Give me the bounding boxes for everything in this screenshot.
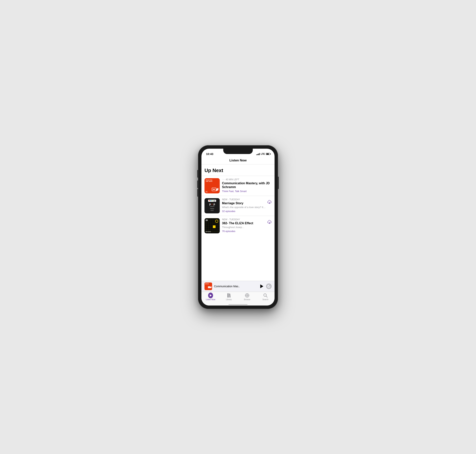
nav-title: Listen Now xyxy=(201,157,275,165)
browse-icon xyxy=(245,293,250,298)
svg-rect-11 xyxy=(227,293,228,297)
episode-meta-tfts: ···· 40 MIN LEFT xyxy=(222,178,271,181)
search-icon xyxy=(263,293,268,298)
tab-bar: Listen Now Library xyxy=(201,292,275,304)
tab-library-label: Library xyxy=(226,298,232,301)
tab-listen-now[interactable]: Listen Now xyxy=(201,293,220,301)
svg-marker-1 xyxy=(216,188,218,191)
library-icon xyxy=(226,293,231,298)
play-button[interactable] xyxy=(259,284,264,289)
svg-point-16 xyxy=(247,295,248,296)
tab-search[interactable]: Search xyxy=(256,293,275,301)
npr-text: p☺p culturehappyhour xyxy=(209,203,215,212)
signal-icon xyxy=(256,153,260,155)
episode-item-99i[interactable]: 99 INVISIBLE NEW · TUESDAY 382- The ELIZ… xyxy=(201,216,275,236)
episode-count-99i[interactable]: 76 episodes xyxy=(222,230,271,233)
tab-listen-now-label: Listen Now xyxy=(206,298,215,301)
svg-rect-12 xyxy=(229,293,229,297)
meta-dots: ···· xyxy=(222,178,225,181)
episode-new-label: NEW xyxy=(222,198,227,201)
episode-meta-99i: NEW · TUESDAY xyxy=(222,218,271,221)
tab-browse-label: Browse xyxy=(244,298,250,301)
tab-browse[interactable]: Browse xyxy=(238,293,256,301)
svg-marker-8 xyxy=(210,286,212,288)
lte-label: LTE xyxy=(261,153,265,155)
svg-point-4 xyxy=(214,189,215,190)
mini-player-controls[interactable]: 30 xyxy=(259,284,271,289)
episode-count-npr[interactable]: 32 episodes xyxy=(222,210,271,213)
episode-info-npr: NEW · TUESDAY Marriage Story What's the … xyxy=(222,198,271,213)
svg-line-22 xyxy=(266,296,267,297)
episode-desc-99i: Throughout Josep… xyxy=(222,226,271,229)
svg-rect-7 xyxy=(208,286,210,288)
episode-item-npr[interactable]: npr p☺p culturehappyhour NEW · TUESDAY xyxy=(201,196,275,216)
svg-point-3 xyxy=(213,189,214,190)
episode-title-99i: 382- The ELIZA Effect xyxy=(222,221,271,225)
app-content: Listen Now Up Next Think FastTalk Smart xyxy=(201,157,275,305)
episode-item-tfts[interactable]: Think FastTalk Smart G| xyxy=(201,176,275,196)
phone-frame: 10:43 LTE Listen Now Up Next xyxy=(198,145,278,309)
svg-text:30: 30 xyxy=(268,286,270,287)
mini-player-title: Communication Mas.. xyxy=(214,285,257,288)
episode-new-label-2: NEW xyxy=(222,218,227,221)
episode-time-left: 40 MIN LEFT xyxy=(226,178,239,181)
mini-player[interactable]: Think FastTalk Smart Communication Mas.. xyxy=(201,281,275,292)
episode-day-2: · TUESDAY xyxy=(228,218,240,221)
artwork-99i: 99 INVISIBLE xyxy=(205,218,220,233)
download-btn-npr[interactable] xyxy=(267,200,272,205)
episode-title-npr: Marriage Story xyxy=(222,201,271,205)
listen-now-icon xyxy=(208,293,213,298)
artwork-tfts: Think FastTalk Smart G| xyxy=(205,178,220,193)
npr-badge: npr xyxy=(208,200,216,202)
tab-search-label: Search xyxy=(262,298,269,301)
artwork-npr: npr p☺p culturehappyhour xyxy=(205,198,220,213)
episode-title-tfts: Communication Mastery, with JD Schramm xyxy=(222,182,271,189)
battery-icon xyxy=(266,153,270,155)
episode-info-99i: NEW · TUESDAY 382- The ELIZA Effect Thro… xyxy=(222,218,271,233)
status-time: 10:43 xyxy=(206,152,213,156)
status-icons: LTE xyxy=(256,153,270,155)
phone-notch xyxy=(223,149,253,154)
episode-meta-npr: NEW · TUESDAY xyxy=(222,198,271,201)
download-btn-99i[interactable] xyxy=(267,220,272,225)
home-indicator xyxy=(201,304,275,305)
episode-day: · TUESDAY xyxy=(228,198,240,201)
svg-rect-13 xyxy=(230,294,230,297)
phone-screen: 10:43 LTE Listen Now Up Next xyxy=(201,149,275,305)
tab-library[interactable]: Library xyxy=(220,293,238,301)
section-title: Up Next xyxy=(201,165,275,176)
scroll-area[interactable]: Up Next Think FastTalk Smart xyxy=(201,165,275,281)
podcast-name-tfts[interactable]: Think Fast, Talk Smart xyxy=(222,190,271,193)
episode-info-tfts: ···· 40 MIN LEFT Communication Mastery, … xyxy=(222,178,271,193)
skip-forward-button[interactable]: 30 xyxy=(266,284,271,289)
mini-player-artwork: Think FastTalk Smart xyxy=(205,282,212,290)
episode-desc-npr: What's the opposite of a love story? It… xyxy=(222,206,271,209)
